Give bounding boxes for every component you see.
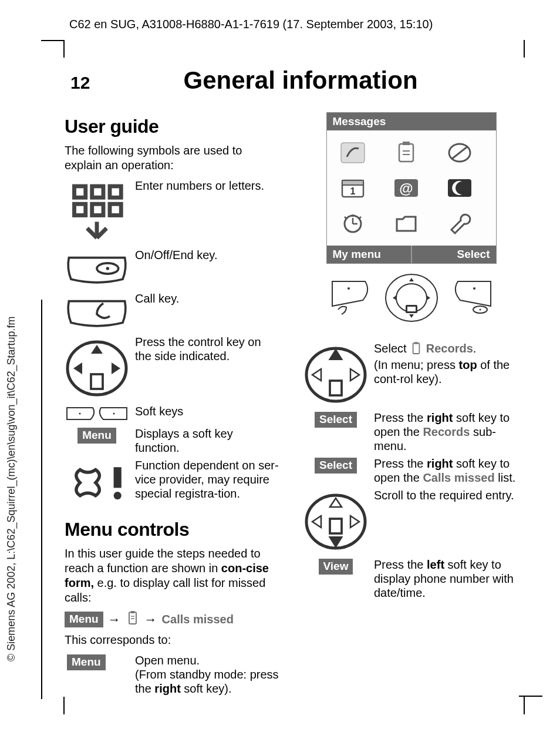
svg-rect-12 bbox=[91, 374, 103, 389]
alarm-icon bbox=[336, 209, 369, 237]
svg-point-51 bbox=[479, 309, 481, 311]
moon-icon bbox=[443, 174, 476, 202]
svg-rect-57 bbox=[413, 343, 420, 354]
svg-point-16 bbox=[114, 492, 122, 499]
svg-marker-55 bbox=[350, 369, 359, 381]
def-softkeys: Soft keys bbox=[135, 404, 280, 418]
svg-point-14 bbox=[113, 413, 115, 415]
svg-rect-0 bbox=[75, 186, 86, 197]
svg-line-27 bbox=[451, 146, 468, 159]
svg-point-13 bbox=[79, 413, 81, 415]
copyright-sideline: © Siemens AG 2002, L:\C62_Squirrel_(mc)\… bbox=[5, 316, 18, 662]
svg-rect-3 bbox=[75, 204, 86, 215]
control-down-icon bbox=[303, 488, 368, 554]
center-key-icon bbox=[384, 272, 438, 324]
menu-softkey-label: Menu bbox=[77, 428, 116, 444]
calendar-1-icon: 1 bbox=[336, 174, 369, 202]
svg-point-37 bbox=[352, 214, 354, 217]
svg-marker-43 bbox=[409, 278, 414, 281]
intro-text: The following symbols are used to explai… bbox=[65, 143, 280, 173]
heading-user-guide: User guide bbox=[65, 116, 280, 137]
menu-tag-open: Menu bbox=[67, 654, 106, 670]
control-key-icon bbox=[65, 335, 129, 401]
side-rule bbox=[41, 300, 42, 699]
crop-mark bbox=[63, 40, 65, 58]
crop-mark bbox=[519, 696, 542, 697]
provider-icon bbox=[65, 458, 129, 506]
softbar-right: Select bbox=[411, 246, 496, 263]
path-calls-missed: Calls missed bbox=[162, 613, 234, 626]
select-tag-1: Select bbox=[315, 412, 357, 428]
keypad-icon bbox=[65, 179, 129, 244]
intro-concise: In this user guide the steps needed to r… bbox=[65, 546, 280, 605]
phone-graphic: Messages 1 @ My menu Select bbox=[326, 112, 497, 324]
svg-rect-64 bbox=[330, 519, 342, 533]
def-control: Press the control key on the side indica… bbox=[135, 335, 280, 363]
open-menu-desc: Open menu. (From standby mode: press the… bbox=[135, 653, 280, 696]
step-open-records: Press the right soft key to open the Rec… bbox=[374, 411, 519, 453]
svg-point-7 bbox=[106, 267, 110, 270]
path-menu-tag: Menu bbox=[65, 612, 103, 627]
crop-mark bbox=[524, 40, 525, 58]
step-open-calls-missed: Press the right soft key to open the Cal… bbox=[374, 456, 519, 485]
control-top-icon bbox=[303, 341, 368, 407]
call-key-icon bbox=[65, 291, 129, 331]
crop-mark bbox=[41, 40, 65, 41]
page-title: General information bbox=[106, 66, 542, 95]
svg-marker-54 bbox=[312, 369, 321, 381]
svg-rect-2 bbox=[110, 186, 121, 197]
svg-marker-11 bbox=[112, 362, 120, 374]
svg-marker-61 bbox=[312, 516, 321, 528]
folder-icon bbox=[390, 209, 423, 237]
def-menu: Displays a soft key function. bbox=[135, 427, 280, 455]
def-numbers: Enter numbers or letters. bbox=[135, 179, 280, 193]
svg-text:@: @ bbox=[399, 180, 413, 196]
document-header: C62 en SUG, A31008-H6880-A1-1-7619 (17. … bbox=[65, 18, 542, 31]
svg-rect-23 bbox=[403, 142, 410, 145]
svg-line-39 bbox=[359, 217, 361, 219]
svg-rect-56 bbox=[330, 381, 342, 395]
no-entry-icon bbox=[443, 139, 476, 167]
svg-rect-18 bbox=[131, 611, 134, 613]
svg-line-38 bbox=[345, 217, 347, 219]
end-key-icon bbox=[65, 248, 129, 288]
svg-marker-62 bbox=[350, 516, 359, 528]
records-icon bbox=[127, 611, 139, 628]
svg-text:1: 1 bbox=[350, 186, 355, 196]
svg-rect-4 bbox=[92, 204, 103, 215]
svg-marker-44 bbox=[393, 296, 396, 300]
svg-rect-22 bbox=[399, 144, 413, 162]
heading-menu-controls: Menu controls bbox=[65, 519, 280, 540]
corresponds-text: This corresponds to: bbox=[65, 633, 280, 647]
svg-marker-45 bbox=[427, 296, 430, 300]
svg-rect-5 bbox=[110, 204, 121, 215]
crop-mark bbox=[63, 697, 65, 714]
svg-rect-15 bbox=[114, 467, 122, 488]
svg-marker-60 bbox=[330, 498, 342, 507]
def-provider: Function dependent on ser-vice provider,… bbox=[135, 458, 280, 501]
crop-mark bbox=[524, 697, 525, 714]
svg-rect-17 bbox=[129, 612, 136, 624]
softbar-left: My menu bbox=[327, 246, 411, 263]
svg-marker-10 bbox=[73, 362, 82, 374]
select-tag-2: Select bbox=[315, 458, 357, 474]
svg-marker-9 bbox=[91, 345, 103, 354]
step-view: Press the left soft key to display phone… bbox=[374, 558, 519, 600]
svg-rect-48 bbox=[407, 307, 416, 311]
at-icon: @ bbox=[390, 174, 423, 202]
records-grid-icon bbox=[390, 139, 423, 167]
menu-path: Menu → → Calls missed bbox=[65, 611, 280, 628]
step-select-records: Select Records. (In menu; press top of t… bbox=[374, 341, 519, 386]
svg-point-40 bbox=[348, 287, 350, 290]
softkey-icons bbox=[65, 404, 129, 423]
write-icon bbox=[336, 139, 369, 167]
page-number: 12 bbox=[70, 73, 106, 93]
left-key-icon bbox=[330, 279, 371, 317]
svg-rect-1 bbox=[92, 186, 103, 197]
svg-rect-58 bbox=[414, 342, 417, 344]
screen-title: Messages bbox=[327, 113, 496, 130]
def-call: Call key. bbox=[135, 291, 280, 305]
svg-rect-29 bbox=[342, 180, 363, 185]
right-key-icon bbox=[452, 279, 493, 317]
step-scroll: Scroll to the required entry. bbox=[374, 488, 519, 502]
